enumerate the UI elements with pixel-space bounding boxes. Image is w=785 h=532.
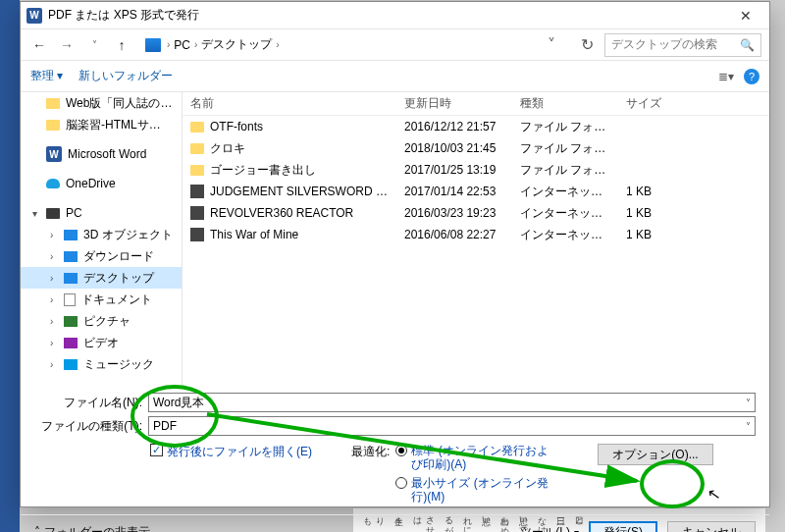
file-type: ファイル フォルダー	[512, 119, 618, 135]
col-header-size[interactable]: サイズ	[618, 95, 697, 112]
file-list[interactable]: 名前 更新日時 種類 サイズ OTF-fonts2016/12/12 21:57…	[183, 92, 769, 385]
pc-icon	[145, 38, 161, 52]
chevron-right-icon: ›	[194, 39, 197, 50]
caret-icon: ›	[50, 230, 53, 240]
list-row[interactable]: REVOLVER360 REACTOR2016/03/23 19:23インターネ…	[183, 202, 769, 224]
tree-item[interactable]: ›ミュージック	[21, 353, 182, 375]
view-mode-button[interactable]: ≣▾	[718, 70, 734, 83]
col-header-name[interactable]: 名前	[183, 95, 396, 112]
chevron-down-icon[interactable]: ˅	[746, 398, 751, 408]
tree-item[interactable]: ›ピクチャ	[21, 310, 182, 332]
list-row[interactable]: ゴージョー書き出し2017/01/25 13:19ファイル フォルダー	[183, 159, 769, 181]
caret-icon: ›	[50, 273, 53, 284]
file-date: 2017/01/14 22:53	[396, 185, 512, 198]
word-icon: W	[46, 146, 62, 162]
list-row[interactable]: JUDGEMENT SILVERSWORD - Resurrectio...20…	[183, 181, 769, 202]
publish-button[interactable]: 発行(S)	[589, 521, 657, 532]
dialog-footer: ˄ フォルダーの非表示 ツール(L) ▾ 発行(S) キャンセル	[21, 514, 769, 532]
folder-icon	[190, 143, 204, 154]
file-type: インターネット ショート...	[512, 205, 618, 222]
app-icon	[190, 185, 204, 198]
file-name: This War of Mine	[210, 228, 298, 241]
tree-item-label: ミュージック	[83, 356, 154, 373]
optimize-standard-radio[interactable]	[395, 445, 407, 456]
caret-icon: ›	[50, 251, 53, 262]
onedrive-icon	[46, 179, 60, 188]
tree-item[interactable]: 脳楽習-HTMLサ…	[21, 114, 182, 135]
open-after-label: 発行後にファイルを開く(E)	[167, 444, 312, 460]
file-type: インターネット ショート...	[512, 227, 618, 243]
file-type: インターネット ショート...	[512, 184, 618, 200]
list-row[interactable]: OTF-fonts2016/12/12 21:57ファイル フォルダー	[183, 116, 769, 137]
hide-folders-toggle[interactable]: ˄ フォルダーの非表示	[34, 524, 150, 532]
filename-input[interactable]: Word見本˅	[148, 393, 756, 412]
tree-item-label: PC	[66, 206, 82, 220]
file-type: ファイル フォルダー	[512, 162, 618, 179]
nav-recent-dropdown[interactable]: ˅	[83, 34, 105, 56]
mus-icon	[64, 359, 78, 370]
file-date: 2016/03/23 19:23	[396, 206, 512, 220]
organize-menu[interactable]: 整理 ▾	[30, 68, 63, 84]
tree-item-label: ドキュメント	[81, 292, 152, 308]
file-type: ファイル フォルダー	[512, 140, 618, 157]
folder-icon	[46, 120, 60, 131]
tree-item[interactable]: OneDrive	[21, 173, 182, 194]
publish-pdf-dialog: W PDF または XPS 形式で発行 ✕ ← → ˅ ↑ › PC › デスク…	[20, 1, 770, 507]
folder-tree[interactable]: Web版「同人誌の…脳楽習-HTMLサ…WMicrosoft WordOneDr…	[21, 92, 183, 385]
search-icon: 🔍	[740, 38, 755, 52]
caret-icon: ›	[50, 338, 53, 348]
chevron-up-icon: ˄	[34, 525, 40, 532]
list-row[interactable]: クロキ2018/10/03 21:45ファイル フォルダー	[183, 137, 769, 159]
folder-icon	[190, 165, 204, 176]
tree-item-label: Web版「同人誌の…	[66, 95, 172, 112]
caret-icon: ›	[50, 359, 53, 370]
nav-bar: ← → ˅ ↑ › PC › デスクトップ › ˅ ↻ デスクトップの検索 🔍	[21, 29, 769, 61]
optimize-minimum-radio[interactable]	[395, 477, 407, 489]
options-button[interactable]: オプション(O)...	[598, 444, 712, 465]
tree-item[interactable]: ▾PC	[21, 202, 182, 224]
filename-fields: ファイル名(N): Word見本˅ ファイルの種類(T): PDF˅	[21, 385, 769, 440]
search-input[interactable]: デスクトップの検索 🔍	[604, 33, 761, 57]
tree-item[interactable]: ›ドキュメント	[21, 289, 182, 310]
close-button[interactable]: ✕	[728, 3, 763, 28]
col-header-type[interactable]: 種類	[512, 95, 618, 112]
list-row[interactable]: This War of Mine2016/06/08 22:27インターネット …	[183, 224, 769, 245]
tree-item-label: ピクチャ	[83, 313, 131, 330]
file-date: 2018/10/03 21:45	[396, 141, 512, 155]
tree-item[interactable]: ›ダウンロード	[21, 245, 182, 267]
col-header-date[interactable]: 更新日時	[396, 95, 512, 112]
chevron-right-icon: ›	[276, 39, 279, 50]
list-header[interactable]: 名前 更新日時 種類 サイズ	[183, 92, 769, 116]
tree-item[interactable]: ›3D オブジェクト	[21, 224, 182, 245]
file-date: 2016/06/08 22:27	[396, 228, 512, 241]
vid-icon	[64, 338, 78, 348]
word-ribbon-rail	[0, 0, 20, 532]
word-app-icon: W	[26, 8, 42, 24]
dialog-title: PDF または XPS 形式で発行	[48, 7, 728, 24]
tree-item[interactable]: WMicrosoft Word	[21, 143, 182, 165]
publish-options: ✓ 発行後にファイルを開く(E) 最適化: 標準 (オンライン発行および印刷)(…	[21, 440, 769, 505]
filetype-select[interactable]: PDF˅	[148, 416, 756, 436]
tree-item[interactable]: ›デスクトップ	[21, 267, 182, 289]
tree-item[interactable]: Web版「同人誌の…	[21, 92, 182, 114]
folder-icon	[46, 98, 60, 109]
tools-menu[interactable]: ツール(L) ▾	[520, 524, 579, 532]
tree-item-label: 脳楽習-HTMLサ…	[66, 117, 161, 133]
breadcrumb-segment[interactable]: デスクトップ	[201, 36, 272, 53]
help-icon[interactable]: ?	[744, 69, 759, 84]
open-after-checkbox[interactable]: ✓	[150, 444, 163, 456]
nav-forward-button[interactable]: →	[56, 34, 78, 56]
nav-up-button[interactable]: ↑	[111, 34, 132, 56]
refresh-button[interactable]: ↻	[575, 35, 599, 54]
search-placeholder: デスクトップの検索	[611, 36, 740, 53]
file-date: 2017/01/25 13:19	[396, 163, 512, 177]
cancel-button[interactable]: キャンセル	[667, 521, 756, 532]
nav-back-button[interactable]: ←	[28, 34, 50, 56]
breadcrumb-segment[interactable]: PC	[174, 38, 190, 52]
chevron-down-icon[interactable]: ˅	[746, 421, 751, 432]
file-name: JUDGEMENT SILVERSWORD - Resurrectio...	[210, 185, 396, 198]
breadcrumb-history-dropdown[interactable]: ˅	[534, 35, 569, 54]
breadcrumb[interactable]: › PC › デスクトップ ›	[138, 33, 528, 57]
tree-item[interactable]: ›ビデオ	[21, 332, 182, 353]
new-folder-button[interactable]: 新しいフォルダー	[78, 68, 173, 84]
